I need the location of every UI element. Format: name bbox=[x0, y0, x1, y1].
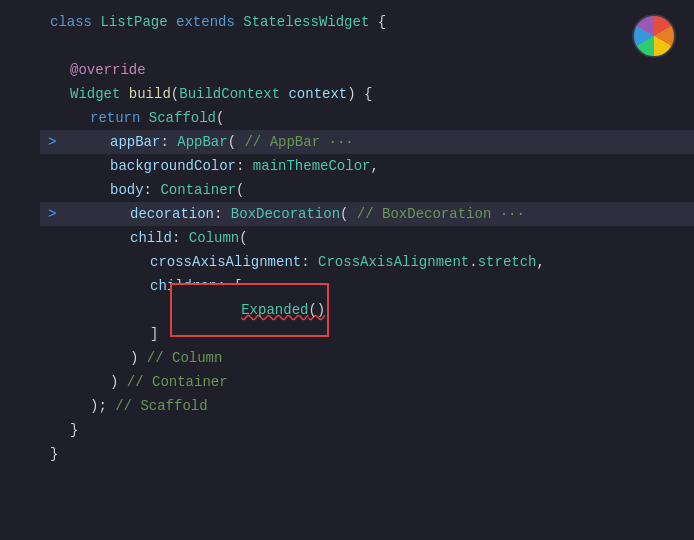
colon-6: : bbox=[301, 254, 318, 270]
prop-decoration: decoration bbox=[130, 206, 214, 222]
paren-scaffold: ( bbox=[216, 110, 224, 126]
line-close-scaffold: ); // Scaffold bbox=[40, 394, 694, 418]
arrow-icon-2: > bbox=[48, 206, 56, 222]
colon-3: : bbox=[144, 182, 161, 198]
dot-1: . bbox=[469, 254, 477, 270]
paren-column: ( bbox=[239, 230, 247, 246]
classname-scaffold: Scaffold bbox=[149, 110, 216, 126]
code-area: class ListPage extends StatelessWidget {… bbox=[0, 10, 694, 466]
line-children: children: [ bbox=[40, 274, 694, 298]
brace-close-class: } bbox=[50, 446, 58, 462]
paren-appbar: ( bbox=[228, 134, 236, 150]
bracket-close: ] bbox=[150, 326, 158, 342]
prop-bgcolor: backgroundColor bbox=[110, 158, 236, 174]
arrow-icon-1: > bbox=[48, 134, 56, 150]
paren-close-container: ) bbox=[110, 374, 127, 390]
line-close-container: ) // Container bbox=[40, 370, 694, 394]
paren-close-scaffold: ); bbox=[90, 398, 115, 414]
line-child-column: child: Column( bbox=[40, 226, 694, 250]
comment-appbar: // AppBar ··· bbox=[236, 134, 354, 150]
prop-body: body bbox=[110, 182, 144, 198]
brace-close-build: } bbox=[70, 422, 78, 438]
colon-1: : bbox=[160, 134, 177, 150]
classname-container: Container bbox=[160, 182, 236, 198]
comment-scaffold: // Scaffold bbox=[115, 398, 207, 414]
val-stretch: stretch bbox=[478, 254, 537, 270]
expanded-text: Expanded() bbox=[241, 302, 325, 318]
type-widget: Widget bbox=[70, 86, 129, 102]
line-1: class ListPage extends StatelessWidget { bbox=[40, 10, 694, 34]
prop-appbar: appBar bbox=[110, 134, 160, 150]
paren-close: ) { bbox=[347, 86, 372, 102]
line-decoration: > decoration: BoxDecoration( // BoxDecor… bbox=[40, 202, 694, 226]
keyword-extends: extends bbox=[176, 14, 243, 30]
line-close-build: } bbox=[40, 418, 694, 442]
paren-boxdecoration: ( bbox=[340, 206, 348, 222]
line-expanded: Expanded() bbox=[40, 298, 694, 322]
classname-listpage: ListPage bbox=[100, 14, 176, 30]
line-blank bbox=[40, 34, 694, 58]
code-editor: class ListPage extends StatelessWidget {… bbox=[0, 0, 694, 540]
line-appbar: > appBar: AppBar( // AppBar ··· bbox=[40, 130, 694, 154]
classname-boxdecoration: BoxDecoration bbox=[231, 206, 340, 222]
line-build: Widget build(BuildContext context) { bbox=[40, 82, 694, 106]
line-body-container: body: Container( bbox=[40, 178, 694, 202]
paren-container: ( bbox=[236, 182, 244, 198]
prop-crossaxis: crossAxisAlignment bbox=[150, 254, 301, 270]
prop-child: child bbox=[130, 230, 172, 246]
type-buildcontext: BuildContext bbox=[179, 86, 288, 102]
comment-boxdecoration: // BoxDecoration ··· bbox=[348, 206, 524, 222]
keyword-return: return bbox=[90, 110, 149, 126]
colon-5: : bbox=[172, 230, 189, 246]
classname-crossaxisalignment: CrossAxisAlignment bbox=[318, 254, 469, 270]
line-crossaxis: crossAxisAlignment: CrossAxisAlignment.s… bbox=[40, 250, 694, 274]
colon-4: : bbox=[214, 206, 231, 222]
brace-open: { bbox=[378, 14, 386, 30]
colon-2: : bbox=[236, 158, 253, 174]
param-context: context bbox=[288, 86, 347, 102]
comment-column: // Column bbox=[147, 350, 223, 366]
line-bracket-close: ] bbox=[40, 322, 694, 346]
keyword-class: class bbox=[50, 14, 100, 30]
line-close-column: ) // Column bbox=[40, 346, 694, 370]
line-bgcolor: backgroundColor: mainThemeColor, bbox=[40, 154, 694, 178]
line-return-scaffold: return Scaffold( bbox=[40, 106, 694, 130]
classname-column: Column bbox=[189, 230, 239, 246]
paren-open: ( bbox=[171, 86, 179, 102]
comma-1: , bbox=[370, 158, 378, 174]
val-mainthemecolor: mainThemeColor bbox=[253, 158, 371, 174]
fn-build: build bbox=[129, 86, 171, 102]
paren-close-column: ) bbox=[130, 350, 147, 366]
line-close-class: } bbox=[40, 442, 694, 466]
classname-statelesswidget: StatelessWidget bbox=[243, 14, 377, 30]
comma-2: , bbox=[537, 254, 545, 270]
classname-appbar: AppBar bbox=[177, 134, 227, 150]
comment-container: // Container bbox=[127, 374, 228, 390]
line-override: @override bbox=[40, 58, 694, 82]
annotation-override: @override bbox=[70, 62, 146, 78]
